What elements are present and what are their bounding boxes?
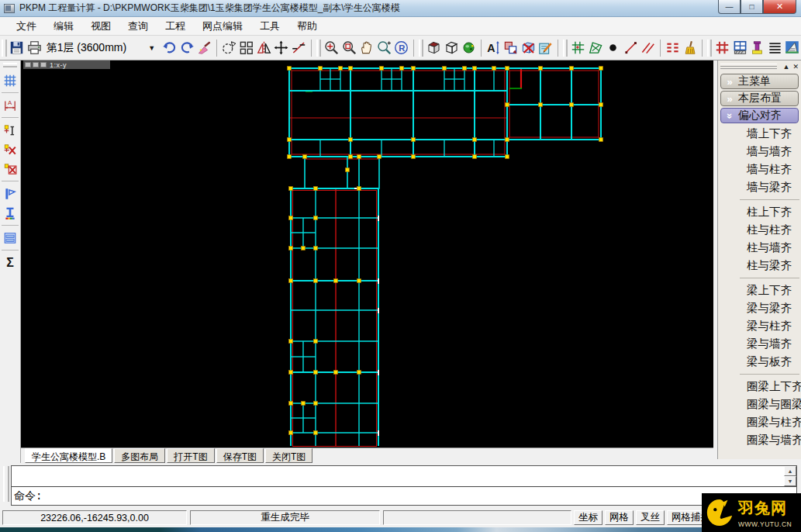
line-icon[interactable]	[622, 38, 640, 58]
layer-selector[interactable]: 第1层 (3600mm) ▼	[47, 39, 158, 57]
menu-query[interactable]: 查询	[119, 17, 157, 36]
menu-item-column-beam[interactable]: 柱与梁齐	[718, 257, 801, 275]
scroll-up-icon[interactable]: ▲	[784, 466, 796, 476]
wall-section-icon[interactable]	[1, 184, 19, 203]
zoom-previous-icon[interactable]: R	[392, 38, 410, 58]
maximize-button[interactable]: □	[741, 0, 763, 14]
dimension-icon[interactable]: A	[1, 95, 19, 115]
close-button[interactable]: ✕	[763, 0, 796, 14]
menu-item-wall-updown[interactable]: 墙上下齐	[718, 125, 801, 143]
viewport-button[interactable]	[25, 62, 31, 67]
menu-item-beam-updown[interactable]: 梁上下齐	[718, 282, 801, 299]
node-delete-box-icon[interactable]	[1, 159, 19, 178]
menu-item-beam-wall[interactable]: 梁与墙齐	[718, 335, 801, 353]
viewport-button[interactable]	[33, 62, 39, 67]
toolbar-grip[interactable]	[419, 40, 424, 57]
toolbar-grip[interactable]	[316, 40, 322, 57]
panel-grip[interactable]	[720, 64, 777, 69]
menu-help[interactable]: 帮助	[288, 17, 326, 36]
broom-icon[interactable]	[681, 38, 699, 58]
toggle-coordinates[interactable]: 坐标	[574, 510, 602, 525]
collapse-icon[interactable]: ▲	[783, 63, 790, 71]
undo-icon[interactable]	[161, 38, 179, 58]
menu-item-column-updown[interactable]: 柱上下齐	[718, 203, 801, 221]
grid-blue-icon[interactable]	[1, 71, 19, 90]
measure-icon[interactable]	[290, 38, 308, 58]
column-ibeam-icon[interactable]	[1, 203, 19, 223]
toggle-grid[interactable]: 网格	[605, 510, 634, 525]
node-delete-icon[interactable]	[1, 140, 19, 159]
minimize-button[interactable]: —	[718, 0, 741, 14]
eccentric-align-button[interactable]: » 偏心对齐	[720, 108, 799, 123]
menu-item-beam-beam[interactable]: 梁与梁齐	[718, 299, 801, 317]
toolbar-grip[interactable]	[2, 40, 7, 57]
delete-box-icon[interactable]	[520, 38, 537, 58]
command-grip[interactable]	[3, 466, 9, 502]
mirror-icon[interactable]	[255, 38, 273, 58]
toolbar-grip[interactable]	[707, 40, 713, 57]
menu-item-beam-column[interactable]: 梁与柱齐	[718, 317, 801, 335]
app-icon[interactable]	[4, 4, 15, 13]
toolbar-grip[interactable]	[3, 63, 17, 67]
select-circle-icon[interactable]	[220, 38, 238, 58]
close-panel-icon[interactable]: ✕	[792, 63, 799, 71]
toolbar-grip[interactable]	[563, 40, 568, 57]
move-icon[interactable]	[273, 38, 291, 58]
edit-sheet-icon[interactable]	[537, 38, 554, 58]
menu-project[interactable]: 工程	[157, 17, 194, 36]
command-prompt[interactable]: 命令:	[12, 487, 796, 503]
menu-item-ringbeam-ringbeam[interactable]: 圈梁与圈梁齐	[718, 396, 801, 413]
tab-save-t[interactable]: 保存T图	[216, 448, 264, 463]
blocks-icon[interactable]	[238, 38, 256, 58]
tab-multi-layout[interactable]: 多图布局	[114, 448, 165, 463]
cube-solid-icon[interactable]	[425, 38, 443, 58]
menu-item-wall-column[interactable]: 墙与柱齐	[718, 161, 801, 178]
scroll-down-icon[interactable]: ▼	[784, 476, 796, 486]
menu-view[interactable]: 视图	[82, 17, 119, 36]
drawing-canvas[interactable]: 1:x-y	[21, 60, 713, 447]
node-insert-icon[interactable]	[1, 120, 19, 140]
axis-grid-icon[interactable]	[569, 38, 587, 58]
zoom-dynamic-icon[interactable]	[375, 38, 393, 58]
command-history[interactable]	[12, 466, 796, 487]
tab-close-t[interactable]: 关闭T图	[265, 448, 312, 463]
render-globe-icon[interactable]	[460, 38, 478, 58]
menu-item-ringbeam-updown[interactable]: 圈梁上下齐	[718, 378, 801, 396]
menu-item-ringbeam-wall[interactable]: 圈梁与墙齐	[718, 431, 801, 449]
stairs-icon[interactable]	[766, 38, 784, 58]
layers-icon[interactable]	[1, 228, 19, 247]
save-icon[interactable]	[9, 38, 26, 58]
tab-open-t[interactable]: 打开T图	[167, 448, 214, 463]
menu-grid-edit[interactable]: 网点编辑	[194, 17, 251, 36]
redo-icon[interactable]	[178, 38, 196, 58]
sigma-icon[interactable]: Σ	[1, 253, 19, 272]
menu-item-column-wall[interactable]: 柱与墙齐	[718, 239, 801, 257]
print-icon[interactable]	[26, 38, 43, 58]
floor-layout-button[interactable]: » 本层布置	[720, 91, 799, 106]
menu-item-wall-beam[interactable]: 墙与梁齐	[718, 178, 801, 196]
menu-item-column-column[interactable]: 柱与柱齐	[718, 221, 801, 239]
chevron-down-icon[interactable]: ▼	[146, 42, 158, 54]
menu-file[interactable]: 文件	[8, 17, 45, 36]
menu-edit[interactable]: 编辑	[45, 17, 82, 36]
zoom-window-icon[interactable]	[340, 38, 358, 58]
viewport-title-strip[interactable]: 1:x-y	[23, 60, 110, 69]
column-icon[interactable]	[748, 38, 766, 58]
building-icon[interactable]	[784, 38, 801, 58]
viewport-button[interactable]	[40, 62, 47, 67]
window-wall-icon[interactable]	[731, 38, 749, 58]
parallel-lines-icon[interactable]	[639, 38, 657, 58]
dashed-lines-icon[interactable]	[664, 38, 682, 58]
menu-tools[interactable]: 工具	[251, 17, 288, 36]
tab-model[interactable]: 学生公寓楼模型.B	[25, 448, 112, 463]
red-grid-icon[interactable]	[713, 38, 731, 58]
pan-hand-icon[interactable]	[357, 38, 375, 58]
zoom-extents-icon[interactable]	[323, 38, 340, 58]
menu-item-beam-slab[interactable]: 梁与板齐	[718, 353, 801, 371]
cube-wire-icon[interactable]	[443, 38, 461, 58]
menu-item-ringbeam-column[interactable]: 圈梁与柱齐	[718, 413, 801, 431]
main-menu-button[interactable]: » 主菜单	[720, 74, 799, 89]
toggle-crosshair[interactable]: 叉丝	[636, 510, 665, 525]
node-dot-icon[interactable]	[604, 38, 622, 58]
text-height-icon[interactable]: A	[485, 38, 502, 58]
